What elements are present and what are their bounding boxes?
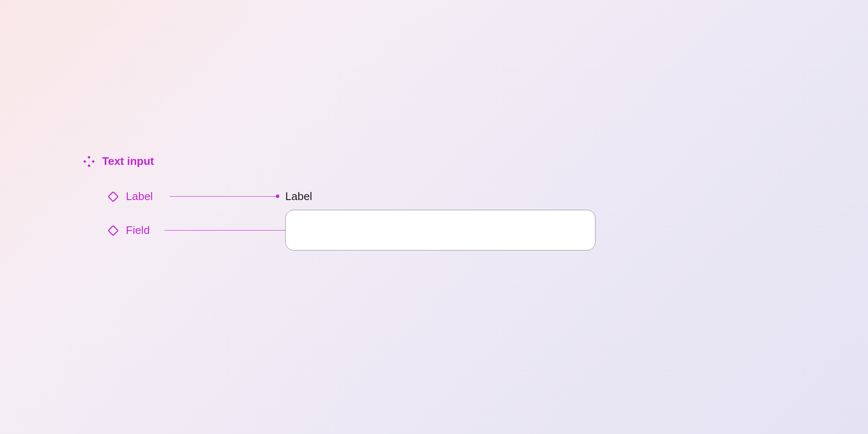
svg-rect-4 <box>108 192 118 201</box>
preview-input-label: Label <box>285 190 312 203</box>
component-icon <box>107 191 119 203</box>
connector-line <box>164 230 296 231</box>
preview-input-field[interactable] <box>285 210 595 250</box>
annotation-label-row: Label <box>107 190 153 203</box>
svg-rect-1 <box>87 164 90 167</box>
component-set-icon <box>83 155 95 168</box>
component-title: Text input <box>102 155 154 168</box>
svg-rect-5 <box>108 225 118 235</box>
svg-rect-2 <box>83 160 86 163</box>
svg-rect-0 <box>87 156 90 159</box>
component-icon <box>107 225 119 236</box>
component-header: Text input <box>83 155 154 168</box>
connector-dot <box>276 195 279 198</box>
annotation-label-text: Label <box>126 190 153 203</box>
svg-rect-3 <box>92 160 95 163</box>
annotation-field-row: Field <box>107 224 150 237</box>
annotation-field-text: Field <box>126 224 150 237</box>
connector-line <box>170 196 278 197</box>
